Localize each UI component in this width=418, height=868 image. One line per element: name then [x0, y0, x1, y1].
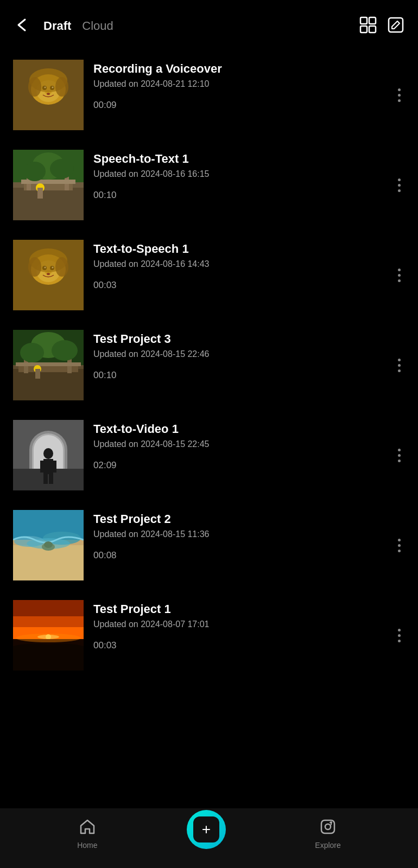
project-list: Recording a Voiceover Updated on 2024-08… [0, 43, 418, 745]
home-icon [79, 818, 96, 838]
list-item[interactable]: Speech-to-Text 1 Updated on 2024-08-16 1… [0, 140, 418, 230]
svg-rect-2 [360, 26, 367, 33]
svg-rect-1 [369, 17, 376, 24]
project-title: Speech-to-Text 1 [93, 152, 384, 166]
svg-point-16 [55, 77, 68, 97]
project-menu-button[interactable] [394, 624, 405, 647]
add-icon: + [202, 822, 211, 837]
project-duration: 00:09 [93, 100, 384, 111]
svg-rect-25 [37, 188, 43, 199]
list-item[interactable]: Recording a Voiceover Updated on 2024-08… [0, 50, 418, 140]
project-thumbnail [13, 330, 84, 400]
project-duration: 00:10 [93, 370, 384, 381]
project-date: Updated on 2024-08-15 22:46 [93, 349, 384, 359]
project-info: Test Project 1 Updated on 2024-08-07 17:… [93, 600, 384, 651]
nav-home-label: Home [77, 841, 97, 850]
project-menu-button[interactable] [394, 264, 405, 286]
project-thumbnail [13, 600, 84, 671]
project-info: Text-to-Video 1 Updated on 2024-08-15 22… [93, 420, 384, 471]
svg-rect-43 [13, 369, 84, 400]
svg-point-27 [24, 162, 46, 181]
svg-point-85 [330, 821, 332, 824]
project-duration: 00:03 [93, 640, 384, 651]
project-title: Test Project 3 [93, 332, 384, 346]
project-info: Speech-to-Text 1 Updated on 2024-08-16 1… [93, 150, 384, 201]
project-duration: 00:03 [93, 280, 384, 291]
header: Draft Cloud [0, 0, 418, 43]
project-menu-button[interactable] [394, 354, 405, 376]
project-thumbnail [13, 420, 84, 490]
bottom-nav: Home + Explore [0, 808, 418, 868]
svg-point-15 [28, 77, 41, 97]
more-options-icon [398, 449, 401, 462]
list-item[interactable]: Text-to-Video 1 Updated on 2024-08-15 22… [0, 410, 418, 500]
svg-point-13 [47, 93, 50, 95]
nav-explore[interactable]: Explore [315, 818, 340, 850]
project-info: Recording a Voiceover Updated on 2024-08… [93, 60, 384, 111]
project-thumbnail [13, 150, 84, 220]
project-duration: 00:10 [93, 190, 384, 201]
project-title: Text-to-Speech 1 [93, 242, 384, 256]
svg-point-40 [55, 257, 68, 277]
project-date: Updated on 2024-08-07 17:01 [93, 620, 384, 629]
more-options-icon [398, 359, 401, 372]
project-thumbnail [13, 240, 84, 310]
svg-rect-49 [35, 369, 40, 379]
svg-rect-83 [321, 820, 334, 833]
more-options-icon [398, 629, 401, 642]
project-date: Updated on 2024-08-15 22:45 [93, 439, 384, 449]
edit-icon[interactable] [387, 16, 405, 36]
nav-add-button[interactable]: + [187, 810, 226, 849]
explore-icon [319, 818, 337, 838]
project-thumbnail [13, 60, 84, 130]
list-item[interactable]: Test Project 1 Updated on 2024-08-07 17:… [0, 590, 418, 680]
project-menu-button[interactable] [394, 444, 405, 467]
svg-rect-4 [389, 18, 403, 32]
project-date: Updated on 2024-08-15 11:36 [93, 529, 384, 539]
svg-point-59 [43, 448, 53, 459]
svg-rect-63 [43, 474, 48, 484]
svg-point-82 [37, 635, 59, 639]
svg-rect-64 [49, 474, 53, 484]
svg-point-28 [50, 159, 74, 178]
grid-icon[interactable] [358, 15, 378, 37]
list-item[interactable]: Test Project 3 Updated on 2024-08-15 22:… [0, 320, 418, 410]
more-options-icon [398, 539, 401, 552]
svg-point-51 [20, 343, 44, 362]
svg-point-84 [325, 824, 331, 829]
svg-point-37 [47, 273, 50, 275]
nav-explore-label: Explore [315, 841, 340, 850]
more-options-icon [398, 269, 401, 282]
project-title: Test Project 2 [93, 512, 384, 526]
project-title: Recording a Voiceover [93, 62, 384, 76]
project-title: Test Project 1 [93, 602, 384, 616]
project-info: Test Project 3 Updated on 2024-08-15 22:… [93, 330, 384, 381]
back-button[interactable] [13, 16, 30, 36]
project-menu-button[interactable] [394, 534, 405, 557]
project-date: Updated on 2024-08-16 16:15 [93, 169, 384, 179]
add-icon-container: + [193, 816, 219, 843]
project-thumbnail [13, 510, 84, 580]
more-options-icon [398, 178, 401, 192]
tab-draft[interactable]: Draft [43, 19, 71, 33]
header-tabs: Draft Cloud [43, 19, 345, 33]
svg-point-73 [44, 541, 53, 548]
header-actions [358, 15, 405, 37]
list-item[interactable]: Test Project 2 Updated on 2024-08-15 11:… [0, 500, 418, 590]
project-duration: 00:08 [93, 550, 384, 561]
list-item[interactable]: Text-to-Speech 1 Updated on 2024-08-16 1… [0, 230, 418, 320]
project-menu-button[interactable] [394, 174, 405, 196]
project-duration: 02:09 [93, 460, 384, 471]
nav-home[interactable]: Home [77, 818, 97, 850]
svg-point-52 [52, 340, 78, 361]
svg-rect-3 [369, 26, 376, 33]
project-date: Updated on 2024-08-21 12:10 [93, 79, 384, 89]
project-info: Text-to-Speech 1 Updated on 2024-08-16 1… [93, 240, 384, 291]
svg-rect-23 [21, 180, 75, 184]
svg-rect-19 [13, 188, 84, 220]
svg-point-39 [28, 257, 41, 277]
more-options-icon [398, 88, 401, 102]
project-menu-button[interactable] [394, 84, 405, 106]
tab-cloud[interactable]: Cloud [82, 19, 113, 33]
svg-rect-62 [51, 461, 56, 473]
